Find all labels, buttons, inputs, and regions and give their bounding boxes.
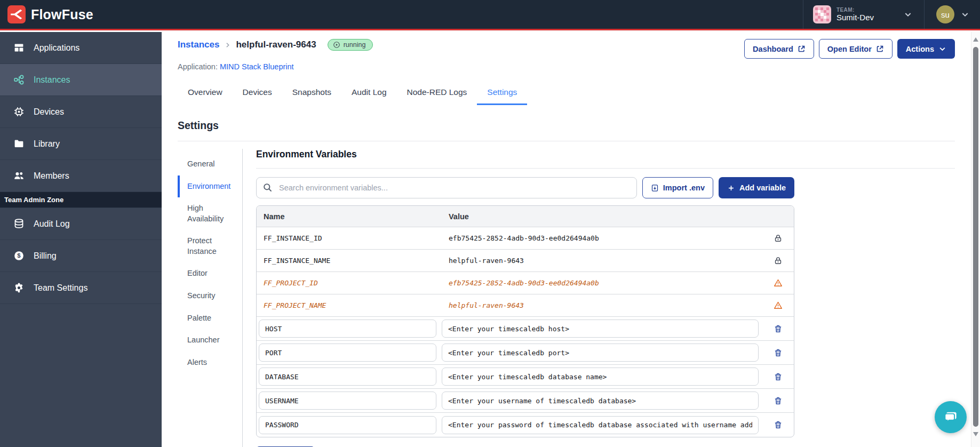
subnav-editor[interactable]: Editor	[178, 262, 242, 285]
scrollbar-up-arrow[interactable]	[973, 37, 978, 42]
delete-variable-button[interactable]	[774, 324, 783, 333]
play-circle-icon	[333, 41, 340, 49]
sidebar-item-applications[interactable]: Applications	[0, 32, 162, 64]
delete-variable-button[interactable]	[774, 372, 783, 381]
sidebar-section-team-admin-zone: Team Admin Zone	[0, 192, 162, 208]
external-link-icon	[876, 45, 884, 53]
env-value-input[interactable]	[442, 344, 759, 362]
table-row	[257, 317, 794, 341]
chip-icon	[13, 106, 25, 117]
subnav-general[interactable]: General	[178, 153, 242, 175]
sidebar-item-library[interactable]: Library	[0, 128, 162, 160]
instances-icon	[13, 74, 25, 85]
env-name-input[interactable]	[259, 392, 436, 410]
env-name-input[interactable]	[259, 368, 436, 386]
delete-variable-button[interactable]	[774, 348, 783, 357]
delete-variable-button[interactable]	[774, 396, 783, 405]
env-variables-table: Name Value FF_INSTANCE_ID efb75425-2852-…	[256, 205, 794, 437]
chat-widget-button[interactable]	[935, 401, 967, 433]
database-icon	[13, 218, 25, 229]
env-value-input[interactable]	[442, 392, 759, 410]
sidebar: Applications Instances Devices Library M…	[0, 32, 162, 447]
page-title: helpful-raven-9643	[236, 39, 316, 50]
subnav-security[interactable]: Security	[178, 285, 242, 307]
table-header-row: Name Value	[257, 206, 794, 227]
sidebar-item-members[interactable]: Members	[0, 160, 162, 192]
subnav-palette[interactable]: Palette	[178, 307, 242, 330]
team-selector[interactable]: TEAM: Sumit-Dev	[803, 0, 924, 29]
dashboard-button[interactable]: Dashboard	[744, 39, 814, 59]
tab-overview[interactable]: Overview	[178, 82, 233, 105]
settings-heading: Settings	[178, 119, 955, 141]
external-link-icon	[798, 45, 806, 53]
sidebar-item-billing[interactable]: $ Billing	[0, 240, 162, 272]
env-value-input[interactable]	[442, 320, 759, 338]
search-input[interactable]	[256, 177, 637, 198]
delete-variable-button[interactable]	[774, 420, 783, 429]
env-value-input[interactable]	[442, 416, 759, 434]
table-row: FF_INSTANCE_ID efb75425-2852-4adb-90d3-e…	[257, 227, 794, 250]
subnav-environment[interactable]: Environment	[178, 175, 242, 198]
env-name-input[interactable]	[259, 416, 436, 434]
trash-icon	[774, 348, 783, 357]
plus-icon	[727, 184, 735, 192]
settings-subnav: General Environment High Availability Pr…	[178, 149, 243, 447]
actions-button[interactable]: Actions	[897, 39, 955, 59]
table-row	[257, 365, 794, 389]
application-link[interactable]: MIND Stack Blueprint	[220, 62, 294, 71]
table-row: FF_PROJECT_NAME helpful-raven-9643	[257, 294, 794, 317]
chevron-down-icon	[904, 10, 912, 19]
subnav-alerts[interactable]: Alerts	[178, 352, 242, 374]
team-name: Sumit-Dev	[836, 13, 874, 22]
environment-heading: Environment Variables	[256, 149, 955, 169]
subnav-launcher[interactable]: Launcher	[178, 329, 242, 352]
import-env-button[interactable]: Import .env	[642, 177, 713, 198]
chat-bubbles-icon	[942, 408, 960, 426]
svg-text:$: $	[17, 252, 21, 259]
env-value-input[interactable]	[442, 368, 759, 386]
chevron-right-icon	[224, 42, 231, 49]
tab-settings[interactable]: Settings	[477, 82, 527, 105]
search-icon	[262, 182, 273, 193]
breadcrumb-instances-link[interactable]: Instances	[178, 39, 219, 50]
team-label: TEAM:	[836, 7, 874, 13]
sidebar-item-devices[interactable]: Devices	[0, 96, 162, 128]
applications-icon	[13, 42, 25, 53]
document-download-icon	[651, 184, 659, 192]
brand[interactable]: FlowFuse	[0, 5, 93, 23]
scrollbar-thumb[interactable]	[973, 47, 978, 427]
trash-icon	[774, 372, 783, 381]
subnav-high-availability[interactable]: High Availability	[178, 197, 242, 230]
column-header-name: Name	[257, 212, 440, 221]
open-editor-button[interactable]: Open Editor	[819, 39, 893, 59]
sidebar-item-team-settings[interactable]: Team Settings	[0, 272, 162, 304]
warning-icon	[774, 278, 783, 288]
lock-icon	[774, 256, 783, 265]
tab-devices[interactable]: Devices	[233, 82, 282, 105]
tab-node-red-logs[interactable]: Node-RED Logs	[397, 82, 477, 105]
column-header-value: Value	[440, 212, 762, 221]
add-variable-button[interactable]: Add variable	[719, 177, 794, 198]
vertical-scrollbar	[971, 32, 980, 447]
tab-audit-log[interactable]: Audit Log	[341, 82, 397, 105]
top-header: FlowFuse TEAM: Sumit-Dev su	[0, 0, 980, 30]
chevron-down-icon	[938, 45, 946, 53]
scrollbar-down-arrow[interactable]	[973, 432, 978, 436]
main-content: Instances helpful-raven-9643 running Das…	[162, 32, 971, 447]
table-row	[257, 341, 794, 365]
sidebar-item-audit-log[interactable]: Audit Log	[0, 208, 162, 240]
env-name-input[interactable]	[259, 320, 436, 338]
trash-icon	[774, 420, 783, 429]
team-avatar	[813, 5, 831, 23]
user-avatar: su	[936, 5, 954, 23]
sidebar-item-instances[interactable]: Instances	[0, 64, 162, 96]
application-line: Application: MIND Stack Blueprint	[178, 62, 955, 71]
user-menu[interactable]: su	[924, 0, 980, 29]
dollar-icon: $	[13, 250, 25, 261]
chevron-down-icon	[961, 10, 969, 19]
table-row	[257, 413, 794, 437]
warning-icon	[774, 301, 783, 310]
env-name-input[interactable]	[259, 344, 436, 362]
subnav-protect-instance[interactable]: Protect Instance	[178, 230, 242, 262]
tab-snapshots[interactable]: Snapshots	[282, 82, 341, 105]
